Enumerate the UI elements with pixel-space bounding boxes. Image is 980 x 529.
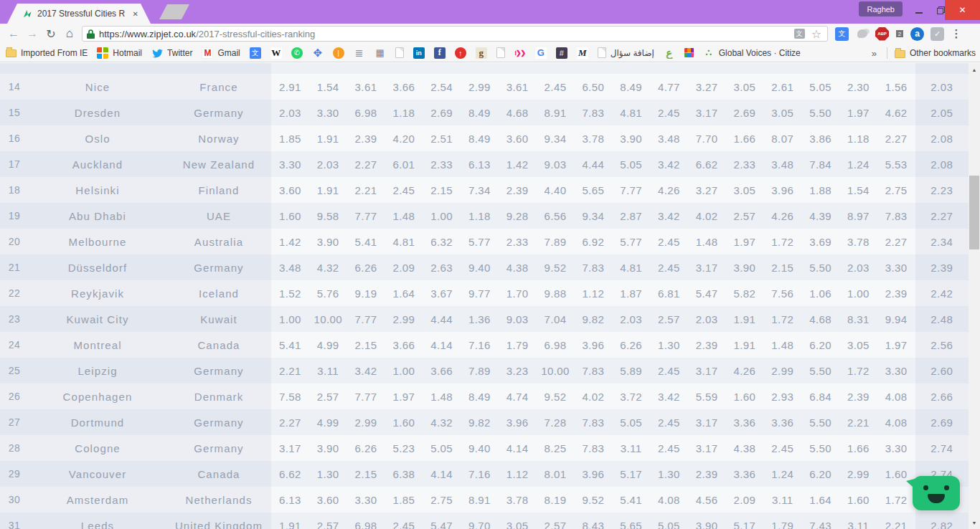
chat-widget-button[interactable] [913, 476, 960, 510]
bookmark-star-icon[interactable] [810, 28, 823, 39]
cell-score: 4.02 [688, 203, 726, 229]
bookmark-item[interactable] [395, 47, 404, 58]
stressful-cities-table: 14NiceFrance2.911.543.613.662.542.993.61… [0, 63, 969, 529]
cell-country: Finland [166, 177, 271, 203]
translate-icon: 文 [250, 47, 261, 59]
bookmark-item[interactable]: 文 [250, 47, 261, 59]
bookmark-item[interactable]: f [434, 47, 446, 59]
back-icon[interactable] [4, 25, 23, 42]
other-bookmarks-button[interactable]: Other bookmarks [895, 48, 976, 58]
cell-city: Leipzig [29, 358, 166, 383]
cell-score: 4.81 [612, 254, 650, 280]
minimize-button[interactable] [908, 0, 930, 20]
bookmarks-overflow-chevron[interactable]: » [869, 48, 880, 59]
scroll-down-icon[interactable] [969, 518, 980, 528]
chrome-menu-icon[interactable] [950, 26, 963, 42]
bookmark-label: Hotmail [113, 48, 142, 58]
cell-score: 6.20 [801, 461, 839, 487]
tab-close-icon[interactable] [130, 8, 141, 19]
cell-country: Germany [166, 254, 271, 280]
bookmark-item[interactable]: ∴Global Voices · Citize [703, 47, 801, 59]
bookmark-item[interactable]: MGmail [202, 47, 240, 59]
cell-total-score: 2.82 [915, 513, 969, 529]
cell-score: 7.83 [574, 100, 612, 125]
adblock-extension-icon[interactable]: ABP [875, 27, 889, 41]
bookmark-item[interactable]: in [413, 47, 425, 59]
bookmark-item[interactable]: # [556, 47, 567, 59]
table-row: 29VancouverCanada6.621.302.156.384.147.1… [0, 461, 969, 487]
cell-score: 5.47 [423, 513, 461, 529]
bookmark-item[interactable]: ▦ [374, 47, 386, 59]
page-scrollbar[interactable] [969, 63, 980, 529]
cell-city [29, 63, 166, 74]
scrollbar-thumb[interactable] [969, 176, 979, 249]
cell-total-score: 2.69 [915, 409, 969, 435]
cell-score: 5.76 [309, 280, 347, 306]
cell-score: 4.14 [499, 435, 537, 461]
checkmark-extension-icon[interactable] [930, 27, 944, 41]
translate-page-icon[interactable] [794, 29, 805, 39]
cell-score: 7.89 [461, 358, 499, 383]
cell-score: 5.53 [877, 151, 915, 177]
amazon-extension-icon[interactable]: a [910, 27, 924, 41]
cell-score: 2.21 [839, 409, 877, 435]
forward-icon[interactable] [23, 25, 42, 42]
bookmark-item[interactable]: M [577, 47, 588, 59]
table-row: 19Abu DhabiUAE1.609.587.771.481.001.189.… [0, 203, 969, 229]
bookmark-item[interactable]: إضافة سؤال [598, 47, 654, 58]
bookmark-item[interactable]: Hotmail [97, 47, 142, 59]
reload-icon[interactable] [42, 25, 60, 42]
cell-rank: 16 [0, 125, 29, 151]
address-bar[interactable]: https://www.zipjet.co.uk/2017-stressful-… [82, 26, 828, 42]
cell-total-score: 2.48 [915, 306, 969, 332]
cell-score: 2.99 [461, 74, 499, 100]
linkedin-icon: in [413, 47, 425, 59]
cell-score: 8.49 [461, 125, 499, 151]
close-window-button[interactable] [945, 0, 980, 20]
cell-score [347, 63, 385, 74]
cell-score: 9.03 [537, 151, 575, 177]
cell-score: 3.72 [612, 383, 650, 409]
bookmark-item[interactable]: g [476, 47, 487, 59]
bookmark-item[interactable] [496, 47, 505, 58]
cell-score: 7.77 [612, 177, 650, 203]
cell-score: 1.72 [763, 306, 801, 332]
bookmark-item[interactable]: Twitter [151, 47, 192, 59]
home-icon[interactable] [60, 25, 79, 42]
table-row: 18HelsinkiFinland3.601.912.212.452.157.3… [0, 177, 969, 203]
bookmark-item[interactable]: ع [664, 47, 675, 59]
cell-score: 3.27 [688, 177, 726, 203]
cell-score: 1.64 [801, 487, 839, 513]
cell-score: 9.77 [461, 280, 499, 306]
bookmark-item[interactable]: ❘ [333, 47, 344, 59]
browser-tab[interactable]: 2017 Stressful Cities Rank [7, 4, 151, 24]
bookmark-item[interactable] [684, 48, 694, 57]
bookmark-item[interactable]: ✥ [312, 47, 324, 59]
profile-badge[interactable]: Ragheb [859, 1, 903, 16]
cell-score: 2.45 [385, 513, 423, 529]
bookmark-item[interactable]: G [535, 47, 547, 59]
bookmark-item[interactable]: ✆ [291, 47, 303, 59]
cell-score: 9.88 [537, 280, 575, 306]
scroll-up-icon[interactable] [969, 65, 980, 75]
bookmark-item[interactable]: Imported From IE [6, 48, 88, 58]
new-tab-button[interactable] [159, 4, 189, 19]
cell-score: 7.04 [537, 306, 575, 332]
cell-score: 5.65 [574, 177, 612, 203]
goodreads-icon: g [476, 47, 487, 59]
bookmark-item[interactable]: W [270, 47, 282, 59]
cell-rank: 27 [0, 409, 29, 435]
cell-score: 6.50 [574, 74, 612, 100]
cell-score: 1.91 [309, 125, 347, 151]
balloon-extension-icon[interactable] [855, 27, 869, 41]
cell-score: 1.60 [271, 203, 309, 229]
bookmark-item[interactable]: I❯❯ [514, 47, 526, 59]
bookmark-item[interactable]: ≣ [354, 47, 365, 59]
translate-extension-icon[interactable] [835, 27, 849, 41]
bookmark-item[interactable]: ↑ [455, 47, 466, 59]
cell-city: Oslo [29, 125, 166, 151]
cell-city: Reykjavik [29, 280, 166, 306]
cell-score: 3.96 [574, 461, 612, 487]
cell-score: 3.69 [801, 229, 839, 254]
cell-score: 6.32 [423, 229, 461, 254]
